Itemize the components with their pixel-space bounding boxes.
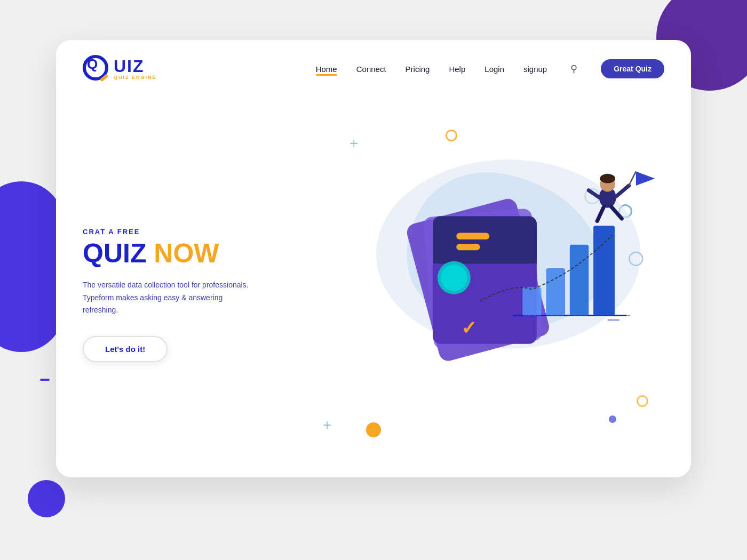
hero-title-quiz: QUIZ [83, 238, 146, 268]
logo-subtitle: QUIZ ENGINE [114, 75, 157, 80]
logo-u-letter: UIZ [114, 57, 145, 76]
hero-title-now: NOW [154, 238, 219, 268]
nav-link-connect[interactable]: Connect [356, 65, 386, 74]
hero-section: CRAT A FREE QUIZ NOW The versatile data … [56, 98, 691, 476]
great-quiz-button[interactable]: Great Quiz [601, 59, 664, 78]
svg-marker-26 [636, 171, 655, 186]
svg-rect-17 [608, 319, 619, 321]
search-icon[interactable]: ⚲ [570, 63, 577, 75]
logo-q-letter: Q [87, 56, 98, 73]
nav-active-indicator [316, 74, 337, 76]
nav-link-login[interactable]: Login [484, 65, 504, 74]
svg-line-22 [616, 186, 629, 196]
hero-subtitle: CRAT A FREE [83, 228, 307, 236]
svg-line-25 [629, 171, 636, 186]
navbar: Q UIZ QUIZ ENGINE Home Connect Pricing H… [56, 40, 691, 98]
logo[interactable]: Q UIZ QUIZ ENGINE [83, 55, 157, 83]
bg-circle-left-bottom [28, 480, 65, 517]
bg-blob-left [0, 181, 64, 352]
nav-links: Home Connect Pricing Help Login signup ⚲… [316, 59, 664, 78]
logo-icon: Q [83, 55, 110, 83]
svg-text:✓: ✓ [461, 317, 476, 339]
deco-circle-blue-filled [609, 415, 616, 423]
deco-plus-bottom: + [323, 417, 331, 434]
svg-rect-13 [546, 268, 565, 316]
main-card: Q UIZ QUIZ ENGINE Home Connect Pricing H… [56, 40, 691, 477]
hero-text: CRAT A FREE QUIZ NOW The versatile data … [83, 228, 307, 362]
logo-quiz-main: UIZ [114, 58, 157, 75]
main-illustration-svg: ✓ [333, 103, 664, 367]
svg-point-20 [600, 174, 615, 183]
nav-link-signup[interactable]: signup [523, 65, 547, 74]
svg-rect-6 [456, 233, 489, 239]
hero-illustration: + + [307, 114, 664, 476]
hero-title: QUIZ NOW [83, 239, 307, 268]
svg-point-9 [441, 265, 467, 291]
logo-text-group: UIZ QUIZ ENGINE [114, 58, 157, 80]
svg-rect-7 [456, 244, 480, 250]
nav-link-help[interactable]: Help [449, 65, 465, 74]
hero-description: The versatile data collection tool for p… [83, 279, 259, 317]
svg-rect-14 [570, 245, 589, 316]
svg-rect-15 [593, 226, 615, 315]
deco-circle-orange-bottom [637, 395, 648, 407]
lets-do-it-button[interactable]: Let's do it! [83, 336, 168, 362]
svg-rect-12 [522, 287, 541, 315]
nav-link-pricing[interactable]: Pricing [406, 65, 430, 74]
svg-rect-5 [433, 245, 537, 263]
bg-dash-left [40, 379, 50, 381]
nav-link-home[interactable]: Home [316, 65, 337, 74]
bg-orange-circle-bottom [366, 422, 381, 437]
